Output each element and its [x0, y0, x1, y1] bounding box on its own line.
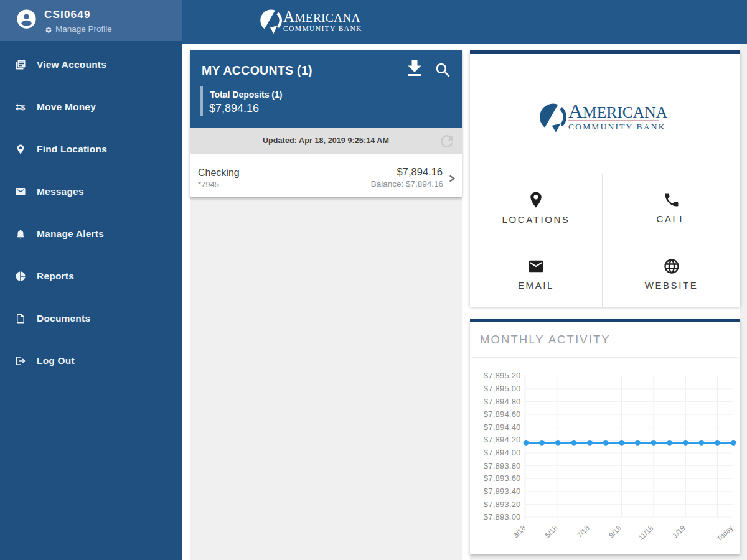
- svg-text:$7,893.80: $7,893.80: [484, 461, 521, 470]
- svg-text:7/18: 7/18: [576, 524, 591, 539]
- svg-text:$7,894.00: $7,894.00: [484, 448, 521, 457]
- svg-text:$7,893.20: $7,893.20: [484, 500, 521, 509]
- svg-text:3/18: 3/18: [512, 524, 527, 539]
- svg-text:1/19: 1/19: [671, 524, 686, 539]
- svg-text:$7,894.20: $7,894.20: [484, 435, 521, 444]
- svg-text:$: $: [21, 103, 25, 112]
- svg-text:$7,893.60: $7,893.60: [484, 474, 521, 483]
- svg-text:Today: Today: [715, 524, 734, 543]
- svg-text:5/18: 5/18: [543, 524, 558, 539]
- svg-text:11/18: 11/18: [637, 524, 654, 541]
- svg-text:$7,893.40: $7,893.40: [484, 487, 521, 496]
- svg-text:$7,894.60: $7,894.60: [484, 409, 521, 419]
- svg-text:9/18: 9/18: [608, 524, 622, 539]
- svg-text:$7,894.40: $7,894.40: [484, 422, 521, 432]
- svg-text:$7,894.80: $7,894.80: [484, 397, 521, 406]
- svg-text:$7,895.20: $7,895.20: [484, 371, 521, 380]
- svg-text:$7,893.00: $7,893.00: [484, 512, 521, 521]
- svg-text:$7,895.00: $7,895.00: [484, 384, 521, 393]
